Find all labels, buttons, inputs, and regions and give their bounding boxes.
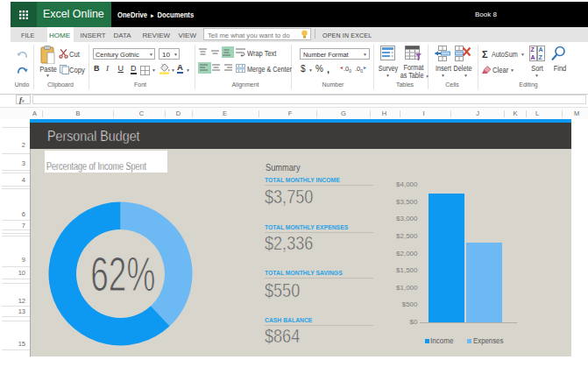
svg-text:62%: 62% (90, 246, 155, 301)
svg-text:Z: Z (539, 54, 543, 60)
svg-text:A: A (539, 46, 543, 53)
svg-text:A: A (531, 54, 535, 60)
svg-text:Z: Z (531, 46, 535, 53)
